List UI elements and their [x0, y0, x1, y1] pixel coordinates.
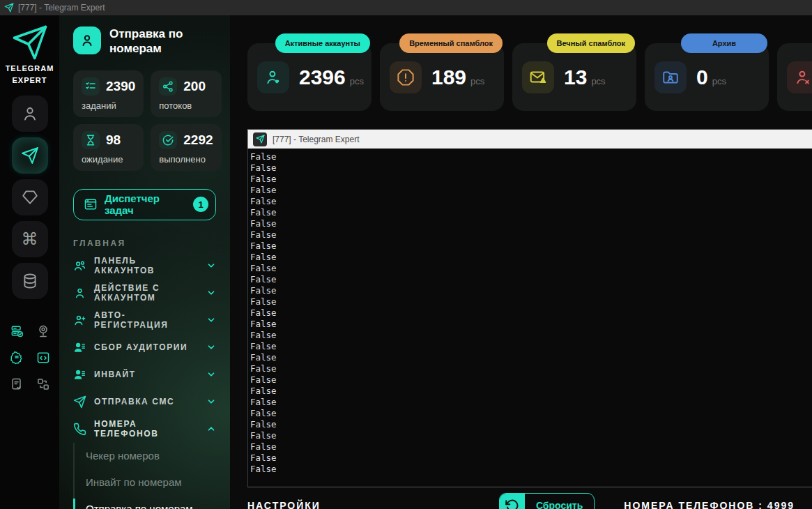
main-content: Активные аккаунты 2396pcs Временный спам…	[230, 15, 812, 509]
console-line: False	[250, 274, 812, 285]
chevron-down-icon	[206, 288, 216, 298]
rail-button-premium[interactable]	[12, 179, 48, 215]
user-icon	[79, 32, 95, 49]
nav-item-phone-numbers[interactable]: НОМЕРА ТЕЛЕФОНОВ	[73, 416, 216, 443]
page-header: Отправка по номерам	[73, 26, 216, 56]
user-icon	[73, 287, 86, 300]
stat-waiting: 98 ожидание	[73, 124, 144, 171]
card-temp-spamblock: Временный спамблок 189pcs	[380, 43, 504, 111]
status-badge: Активные аккаунты	[275, 33, 370, 53]
code-window-button[interactable]	[33, 351, 54, 365]
stat-done: 2292 выполнено	[151, 124, 221, 171]
footer-bar: НАСТРОЙКИ Сбросить НОМЕРА ТЕЛЕФОНОВ : 49…	[247, 487, 812, 509]
os-window-title: [777] - Telegram Expert	[18, 3, 105, 13]
console-line: False	[250, 229, 812, 241]
task-dispatcher-badge: 1	[193, 197, 208, 212]
submenu-item-number-checker[interactable]: Чекер номеров	[75, 443, 216, 469]
console-output[interactable]: FalseFalseFalseFalseFalseFalseFalseFalse…	[247, 149, 812, 487]
webcam-icon	[36, 324, 50, 338]
console-line: False	[250, 296, 812, 307]
check-circle-icon	[159, 131, 177, 149]
nav-item-audience-collection[interactable]: СБОР АУДИТОРИИ	[73, 334, 216, 361]
page-icon-tile	[73, 26, 101, 54]
swap-icon	[36, 377, 50, 391]
stat-tasks: 2390 заданий	[73, 70, 144, 117]
telegram-app-icon	[253, 132, 267, 146]
console-line: False	[250, 307, 812, 319]
rotate-ccw-icon	[500, 494, 525, 509]
webcam-button[interactable]	[33, 324, 54, 338]
reset-button[interactable]: Сбросить	[499, 493, 595, 509]
users-icon	[73, 259, 86, 273]
os-titlebar: [777] - Telegram Expert	[0, 0, 812, 15]
console-line: False	[250, 430, 812, 441]
console-line: False	[250, 374, 812, 386]
user-plus-icon	[73, 314, 86, 327]
console-line: False	[250, 218, 812, 229]
console-line: False	[250, 363, 812, 374]
swap-button[interactable]	[33, 377, 54, 391]
console-line: False	[250, 341, 812, 352]
database-icon	[21, 272, 39, 290]
app-logo	[11, 24, 49, 61]
console-line: False	[250, 185, 812, 196]
chevron-down-icon	[206, 342, 216, 352]
task-dispatcher-button[interactable]: Диспетчер задач 1	[73, 189, 216, 220]
task-manager-icon	[84, 197, 98, 211]
command-icon: ⌘	[22, 231, 38, 248]
phone-icon	[73, 423, 86, 436]
settings-button[interactable]	[6, 351, 27, 365]
console-line: False	[250, 397, 812, 408]
console-line: False	[250, 162, 812, 174]
console-line: False	[250, 207, 812, 218]
nav-item-account-actions[interactable]: ДЕЙСТВИЕ С АККАУНТОМ	[73, 280, 216, 307]
user-list-icon	[73, 341, 86, 354]
console-title: [777] - Telegram Expert	[273, 135, 360, 144]
submenu-item-invite-by-numbers[interactable]: Инвайт по номерам	[75, 469, 216, 496]
console-line: False	[250, 196, 812, 207]
send-icon	[73, 395, 86, 409]
console-line: False	[250, 464, 812, 475]
nav-item-accounts-panel[interactable]: ПАНЕЛЬ АККАУНТОВ	[73, 252, 216, 280]
rail-button-accounts[interactable]	[12, 96, 48, 132]
reset-button-label: Сбросить	[525, 494, 594, 509]
chevron-down-icon	[206, 315, 216, 325]
checklist-icon	[82, 77, 100, 96]
card-removed	[777, 43, 812, 111]
nav-item-sms-sending[interactable]: ОТПРАВКА СМС	[73, 388, 216, 416]
chevron-up-icon	[206, 424, 216, 434]
console-window: [777] - Telegram Expert FalseFalseFalseF…	[247, 129, 812, 487]
console-line: False	[250, 330, 812, 341]
chevron-down-icon	[206, 397, 216, 407]
nav-item-auto-registration[interactable]: АВТО-РЕГИСТРАЦИЯ	[73, 307, 216, 334]
rail-button-database[interactable]	[12, 263, 48, 299]
diamond-icon	[21, 188, 39, 206]
share-icon	[159, 77, 177, 96]
icon-rail: TELEGRAMEXPERT ⌘	[0, 15, 59, 509]
rail-button-sending[interactable]	[12, 137, 48, 174]
submenu-item-send-by-numbers[interactable]: Отправка по номерам	[75, 496, 216, 509]
console-line: False	[250, 453, 812, 464]
server-check-button[interactable]	[6, 324, 27, 338]
alert-octagon-icon	[390, 61, 422, 93]
console-line: False	[250, 386, 812, 397]
phone-numbers-count: НОМЕРА ТЕЛЕФОНОВ : 4999	[624, 500, 795, 509]
brand-name: TELEGRAMEXPERT	[6, 63, 54, 86]
send-icon	[21, 146, 39, 165]
status-badge: Архив	[681, 33, 767, 53]
user-icon	[21, 105, 39, 123]
card-archive: Архив 0pcs	[645, 43, 769, 111]
account-status-cards: Активные аккаунты 2396pcs Временный спам…	[247, 43, 812, 111]
hourglass-icon	[82, 131, 100, 149]
document-check-button[interactable]	[6, 377, 27, 391]
code-window-icon	[36, 351, 50, 365]
nav-item-invite[interactable]: ИНВАЙТ	[73, 361, 216, 388]
user-list-icon	[73, 368, 86, 381]
console-line: False	[250, 408, 812, 419]
console-line: False	[250, 241, 812, 252]
console-line: False	[250, 419, 812, 430]
console-line: False	[250, 285, 812, 296]
console-line: False	[250, 252, 812, 263]
console-line: False	[250, 174, 812, 185]
rail-button-tools[interactable]: ⌘	[12, 221, 48, 257]
